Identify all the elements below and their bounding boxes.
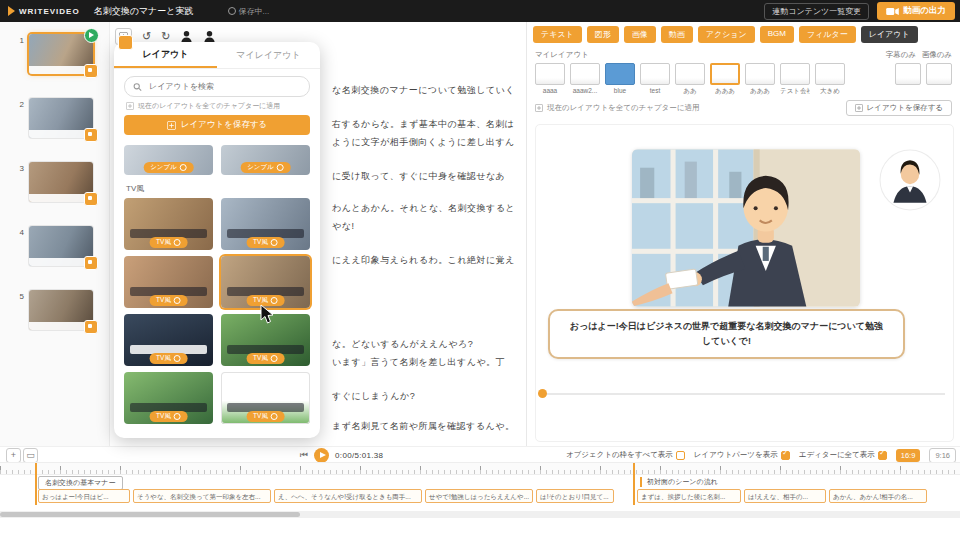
preview-progress-track[interactable] (542, 393, 945, 395)
aspect-916-button[interactable]: 9:16 (929, 448, 956, 463)
layout-thumbnail-selected[interactable]: TV風 (221, 256, 310, 308)
aspect-169-button[interactable]: 16:9 (896, 449, 921, 462)
layout-badge-icon[interactable] (84, 192, 98, 206)
scrollbar-thumb[interactable] (0, 512, 300, 517)
scene-thumbnail[interactable] (29, 290, 93, 330)
my-layout-header: マイレイアウト 字幕のみ 画像のみ (527, 47, 960, 61)
redo-button[interactable]: ↻ (161, 31, 170, 42)
layout-preset[interactable]: 大きめ (815, 63, 845, 96)
apply-to-all-chapters-link[interactable]: 現在のレイアウトを全てのチャプターに適用 (126, 101, 308, 111)
layout-thumbnail[interactable]: シンプル (124, 145, 213, 175)
related-content-button[interactable]: 連動コンテンツ一覧変更 (764, 3, 869, 20)
scene-video-image[interactable] (632, 149, 860, 307)
timeline-scrollbar[interactable] (0, 511, 960, 518)
document-title[interactable]: 名刺交換のマナーと実践 (94, 5, 194, 18)
layout-preset[interactable]: テスト会社 (780, 63, 810, 96)
add-chapter-button[interactable]: + (6, 448, 21, 463)
layout-preset[interactable] (895, 63, 921, 85)
subtitle-block[interactable]: は!そのとおり!目見て... (536, 489, 614, 503)
subtitle-block[interactable]: は!ええな、相手の... (744, 489, 826, 503)
toggle-object-frames[interactable]: オブジェクトの枠をすべて表示 (566, 450, 685, 460)
scene-item[interactable]: 5 (16, 290, 93, 330)
tab-shape[interactable]: 図形 (587, 26, 619, 43)
layout-preset[interactable]: test (640, 63, 670, 94)
apply-to-all-chapters-link[interactable]: 現在のレイアウトを全てのチャプターに適用 (535, 103, 699, 113)
layout-badge-icon[interactable] (84, 256, 98, 270)
scene-thumbnail[interactable] (29, 34, 93, 74)
checkbox-icon[interactable] (878, 451, 887, 460)
record-badge-icon[interactable] (84, 28, 99, 43)
presenter-avatar[interactable] (879, 149, 941, 211)
subtitle-block[interactable]: あかん、あかん!相手の名... (829, 489, 927, 503)
layout-thumbnail[interactable]: TV風 (221, 372, 310, 424)
save-layout-button[interactable]: レイアウトを保存する (846, 100, 952, 116)
tab-video[interactable]: 動画 (661, 26, 693, 43)
layout-thumbnail[interactable]: TV風 (124, 256, 213, 308)
layout-preset[interactable]: blue (605, 63, 635, 94)
scene-item[interactable]: 2 (16, 98, 93, 138)
info-icon (174, 355, 181, 362)
layout-search[interactable] (124, 76, 310, 97)
skip-back-icon[interactable]: ⏮ (300, 450, 308, 461)
layout-preset-selected[interactable]: あああ (710, 63, 740, 96)
scene-thumbnail[interactable] (29, 98, 93, 138)
scene-thumbnail[interactable] (29, 162, 93, 202)
app-logo[interactable]: WRITEVIDEO (8, 6, 80, 16)
scene-list: 1 2 3 4 5 (0, 22, 110, 446)
subtitle-block[interactable]: そうやな、名刺交換って第一印象を左右... (133, 489, 271, 503)
chapter-label[interactable]: 初対面のシーンの流れ (640, 477, 718, 487)
layout-badge-icon[interactable] (84, 128, 98, 142)
subtitle-block[interactable]: え、へへ、そうなんや!受け取るときも両手... (274, 489, 422, 503)
layout-thumbnail[interactable]: シンプル (221, 145, 310, 175)
toggle-layout-parts[interactable]: レイアウトパーツを表示 (694, 450, 790, 460)
preview-progress-handle[interactable] (538, 389, 547, 398)
scene-thumbnail[interactable] (29, 226, 93, 266)
layout-thumbnail-label: TV風 (149, 353, 188, 364)
layout-thumbnail[interactable]: TV風 (124, 198, 213, 250)
display-toggles: オブジェクトの枠をすべて表示 レイアウトパーツを表示 エディターに全て表示 16… (566, 447, 956, 463)
undo-button[interactable]: ↺ (142, 31, 151, 42)
control-bar: + ▭ ⏮ 0:00/5:01.38 オブジェクトの枠をすべて表示 レイアウトパ… (0, 446, 960, 463)
tab-action[interactable]: アクション (698, 26, 755, 43)
save-layout-button[interactable]: レイアウトを保存する (124, 115, 310, 135)
layout-preset[interactable]: aaaa (535, 63, 565, 94)
video-preview-canvas[interactable]: おっはよー!今日はビジネスの世界で超重要な名刺交換のマナーについて勉強していくで… (535, 124, 954, 442)
subtitle-bubble[interactable]: おっはよー!今日はビジネスの世界で超重要な名刺交換のマナーについて勉強していくで… (548, 309, 905, 359)
layout-preset[interactable]: あああ (745, 63, 775, 96)
fit-view-button[interactable]: ▭ (23, 448, 38, 463)
scene-item[interactable]: 3 (16, 162, 93, 202)
layout-preset[interactable]: aaaw2... (570, 63, 600, 94)
toggle-show-all-editor[interactable]: エディターに全て表示 (799, 450, 887, 460)
layout-preset[interactable]: ああ (675, 63, 705, 96)
export-video-button[interactable]: 動画の出力 (877, 2, 955, 20)
tab-image[interactable]: 画像 (624, 26, 656, 43)
timeline-ruler[interactable] (0, 462, 960, 475)
checkbox-icon[interactable] (676, 451, 685, 460)
layout-badge-icon[interactable] (84, 320, 98, 334)
subtitle-block[interactable]: まずは、挨拶した後に名刺... (637, 489, 741, 503)
tab-bgm[interactable]: BGM (760, 26, 794, 43)
layout-thumbnail[interactable]: TV風 (124, 372, 213, 424)
layout-preset-thumbnail (780, 63, 810, 85)
layout-search-input[interactable] (147, 81, 301, 92)
subtitle-block[interactable]: せやで!勉強しはったらええんや... (425, 489, 533, 503)
mouse-cursor (260, 304, 274, 324)
layout-badge-icon[interactable] (84, 64, 98, 78)
tab-text[interactable]: テキスト (533, 26, 582, 43)
checkbox-icon[interactable] (781, 451, 790, 460)
subtitle-block[interactable]: おっはよー!今日はビ... (38, 489, 130, 503)
grid-icon (126, 102, 134, 110)
tab-layout-active[interactable]: レイアウト (861, 26, 918, 43)
layout-thumbnail-label: シンプル (240, 162, 291, 173)
scene-item[interactable]: 4 (16, 226, 93, 266)
layout-thumbnail[interactable]: TV風 (221, 198, 310, 250)
tab-my-layout[interactable]: マイレイアウト (217, 42, 320, 68)
scene-item[interactable]: 1 (16, 34, 93, 74)
chapter-label[interactable]: 名刺交換の基本マナー (38, 476, 123, 490)
tab-filter[interactable]: フィルター (799, 26, 856, 43)
play-button[interactable] (314, 448, 329, 463)
saving-icon (228, 7, 236, 15)
popup-drag-handle[interactable] (118, 35, 133, 50)
layout-preset[interactable] (926, 63, 952, 85)
layout-thumbnail[interactable]: TV風 (124, 314, 213, 366)
